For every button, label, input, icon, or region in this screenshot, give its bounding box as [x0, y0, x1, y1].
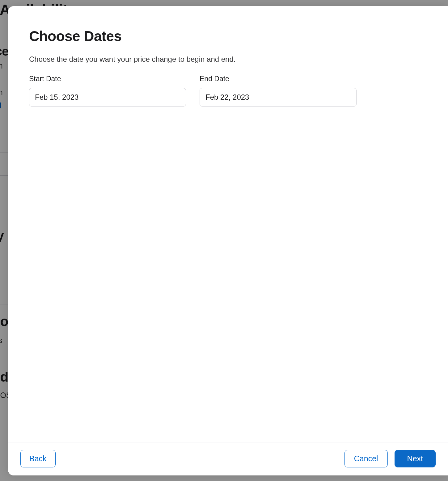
bg-text-fragment: om — [0, 88, 3, 97]
end-date-label: End Date — [200, 75, 357, 83]
bg-link-fragment[interactable]: Ed — [0, 101, 3, 110]
bg-text-fragment: tr — [0, 76, 3, 85]
start-date-group: Start Date — [29, 75, 186, 107]
modal-description: Choose the date you want your price chan… — [29, 54, 427, 64]
end-date-input[interactable] — [200, 88, 357, 107]
start-date-label: Start Date — [29, 75, 186, 83]
bg-text-fragment: om — [0, 61, 3, 70]
modal-title: Choose Dates — [29, 28, 427, 44]
cancel-button[interactable]: Cancel — [344, 450, 388, 467]
choose-dates-modal: Choose Dates Choose the date you want yo… — [8, 6, 448, 475]
modal-body: Choose Dates Choose the date you want yo… — [8, 6, 448, 442]
modal-footer: Back Cancel Next — [8, 442, 448, 475]
end-date-group: End Date — [200, 75, 357, 107]
date-fields-row: Start Date End Date — [29, 75, 427, 107]
back-button[interactable]: Back — [20, 450, 56, 467]
start-date-input[interactable] — [29, 88, 186, 107]
next-button[interactable]: Next — [395, 450, 436, 467]
